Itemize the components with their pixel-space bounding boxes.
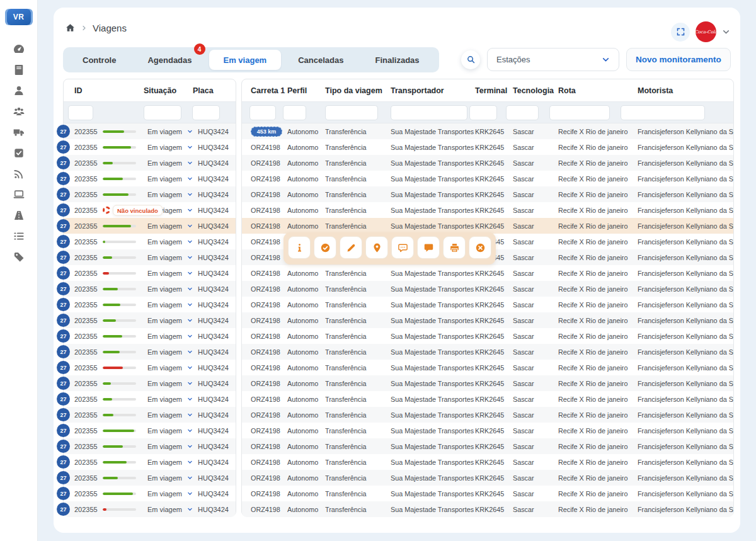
print-icon[interactable] <box>443 236 466 259</box>
table-row[interactable]: 27202355Em viagemHUQ3424 <box>64 375 236 391</box>
filter-input-terminal[interactable] <box>469 105 497 120</box>
filter-input-perfil[interactable] <box>283 105 306 120</box>
table-row[interactable]: ORZ4198AutonomoTransferênciaSua Majestad… <box>242 328 733 344</box>
table-row[interactable]: 27202355Em viagemHUQ3424 <box>64 423 236 438</box>
trip-status-select[interactable]: Em viagem <box>147 443 198 450</box>
table-row[interactable]: 27202355Em viagemHUQ3424 <box>64 344 236 360</box>
table-row[interactable]: 27202355Em viagemHUQ3424 <box>64 171 236 186</box>
table-row[interactable]: ORZ4198AutonomoTransferênciaSua Majestad… <box>242 202 733 218</box>
table-row[interactable]: ORZ4198AutonomoTransferênciaSua Majestad… <box>242 312 733 328</box>
trip-status-select[interactable]: Em viagem <box>147 380 198 387</box>
search-icon[interactable] <box>461 50 480 69</box>
table-row[interactable]: ORZ4198AutonomoTransferênciaSua Majestad… <box>242 454 733 470</box>
table-row[interactable]: ORZ4198AutonomoTransferênciaSua Majestad… <box>242 218 733 234</box>
check-circle-icon[interactable] <box>314 236 336 259</box>
tab-finalizadas[interactable]: Finalizadas <box>360 50 433 70</box>
fullscreen-icon[interactable] <box>671 23 690 42</box>
trip-status-select[interactable]: Em viagem <box>147 411 198 419</box>
avatar[interactable]: Coca-Cola <box>696 21 716 42</box>
table-row[interactable]: 27202355Em viagemHUQ3424 <box>64 407 236 423</box>
table-row[interactable]: 27202355Em viagemHUQ3424 <box>64 328 236 344</box>
new-monitoring-button[interactable]: Novo monitoramento <box>626 48 731 71</box>
table-row[interactable]: 27202355Em viagemHUQ3424 <box>64 312 236 328</box>
table-row[interactable]: 27202355Em viagemHUQ3424 <box>64 265 236 281</box>
tab-em-viagem[interactable]: Em viagem <box>209 50 282 70</box>
table-row[interactable]: ORZ4198AutonomoTransferênciaSua Majestad… <box>242 470 733 486</box>
road-icon[interactable] <box>8 209 30 222</box>
table-row[interactable]: 27202355Em viagemHUQ3424 <box>64 249 236 265</box>
filter-input-rota[interactable] <box>549 105 610 120</box>
trip-status-select[interactable]: Em viagem <box>147 333 198 340</box>
table-row[interactable]: 27202355Em viagemHUQ3424 <box>64 123 236 139</box>
table-row[interactable]: ORZ4198AutonomoTransferênciaSua Majestad… <box>242 375 733 391</box>
users-icon[interactable] <box>8 105 30 118</box>
tab-controle[interactable]: Controle <box>68 50 130 70</box>
trip-status-select[interactable]: Em viagem <box>147 474 198 482</box>
close-circle-icon[interactable] <box>469 236 491 259</box>
table-row[interactable]: 27202355Em viagemHUQ3424 <box>64 501 236 517</box>
table-row[interactable]: 27202355Em viagemHUQ3424 <box>64 297 236 312</box>
table-row[interactable]: ORZ4198AutonomoTransferênciaSua Majestad… <box>242 155 733 171</box>
trip-status-select[interactable]: Em viagem <box>147 285 198 293</box>
trip-status-select[interactable]: Em viagem <box>147 348 198 356</box>
table-row[interactable]: 27202355Em viagemHUQ3424 <box>64 486 236 501</box>
table-row[interactable]: 27202355Em viagemHUQ3424 <box>64 454 236 470</box>
table-row[interactable]: 27202355Em viagemHUQ3424 <box>64 360 236 375</box>
chat-dots-icon[interactable] <box>391 236 414 259</box>
filter-input-motorista[interactable] <box>621 105 705 120</box>
trip-status-select[interactable]: Em viagem <box>147 396 198 403</box>
table-row[interactable]: 453 kmAutonomoTransferênciaSua Majestade… <box>242 123 733 139</box>
trip-status-select[interactable]: Em viagem <box>147 270 198 277</box>
trip-status-select[interactable]: Em viagem <box>147 301 198 309</box>
table-row[interactable]: ORZ4198AutonomoTransferênciaSua Majestad… <box>242 501 733 517</box>
trip-status-select[interactable]: Em viagem <box>147 490 198 498</box>
table-row[interactable]: 27202355Em viagemHUQ3424Não vinculado <box>64 202 236 218</box>
user-icon[interactable] <box>8 84 30 97</box>
trip-status-select[interactable]: Em viagem <box>147 458 198 466</box>
table-row[interactable]: ORZ4198AutonomoTransferênciaSua Majestad… <box>242 265 733 281</box>
trip-status-select[interactable]: Em viagem <box>147 144 198 151</box>
truck-icon[interactable] <box>8 126 30 139</box>
table-row[interactable]: 27202355Em viagemHUQ3424 <box>64 391 236 407</box>
trip-status-select[interactable]: Em viagem <box>147 254 198 261</box>
trip-status-select[interactable]: Em viagem <box>147 238 198 246</box>
laptop-icon[interactable] <box>8 188 30 201</box>
filter-input-id[interactable] <box>68 105 93 120</box>
edit-icon[interactable] <box>340 236 362 259</box>
table-row[interactable]: ORZ4198AutonomoTransferênciaSua Majestad… <box>242 171 733 186</box>
table-row[interactable]: ORZ4198AutonomoTransferênciaSua Majestad… <box>242 344 733 360</box>
filter-input-placa[interactable] <box>192 105 220 120</box>
filter-input-tipo-da-viagem[interactable] <box>325 105 378 120</box>
table-row[interactable]: ORZ4198AutonomoTransferênciaSua Majestad… <box>242 139 733 155</box>
trip-status-select[interactable]: Em viagem <box>147 364 198 372</box>
filter-input-carreta-1[interactable] <box>249 105 276 120</box>
info-icon[interactable] <box>288 236 311 259</box>
table-row[interactable]: 27202355Em viagemHUQ3424 <box>64 139 236 155</box>
table-row[interactable]: 27202355Em viagemHUQ3424 <box>64 234 236 249</box>
table-row[interactable]: 27202355Em viagemHUQ3424 <box>64 218 236 234</box>
trip-status-select[interactable]: Em viagem <box>147 191 198 198</box>
tab-canceladas[interactable]: Canceladas <box>284 50 358 70</box>
table-row[interactable]: ORZ4198AutonomoTransferênciaSua Majestad… <box>242 360 733 375</box>
table-row[interactable]: ORZ4198AutonomoTransferênciaSua Majestad… <box>242 407 733 423</box>
table-row[interactable]: 27202355Em viagemHUQ3424 <box>64 470 236 486</box>
table-row[interactable]: ORZ4198AutonomoTransferênciaSua Majestad… <box>242 423 733 438</box>
trip-status-select[interactable]: Em viagem <box>147 427 198 435</box>
trip-status-select[interactable]: Em viagem <box>147 222 198 230</box>
chevron-down-icon[interactable] <box>722 28 730 36</box>
table-row[interactable]: 27202355Em viagemHUQ3424 <box>64 186 236 202</box>
home-icon[interactable] <box>65 23 76 33</box>
table-row[interactable]: ORZ4198AutonomoTransferênciaSua Majestad… <box>242 486 733 501</box>
trip-status-select[interactable]: Em viagem <box>147 128 198 135</box>
table-row[interactable]: 27202355Em viagemHUQ3424 <box>64 438 236 454</box>
table-row[interactable]: ORZ4198AutonomoTransferênciaSua Majestad… <box>242 281 733 297</box>
filter-input-tecnologia[interactable] <box>506 105 539 120</box>
signal-icon[interactable] <box>8 168 30 180</box>
location-icon[interactable] <box>365 236 388 259</box>
table-row[interactable]: 27202355Em viagemHUQ3424 <box>64 281 236 297</box>
trip-status-select[interactable]: Em viagem <box>147 317 198 324</box>
trip-status-select[interactable]: Em viagem <box>147 175 198 183</box>
filter-input-transportador[interactable] <box>391 105 467 120</box>
trip-status-select[interactable]: Em viagem <box>147 506 198 513</box>
tag-icon[interactable] <box>8 251 30 263</box>
